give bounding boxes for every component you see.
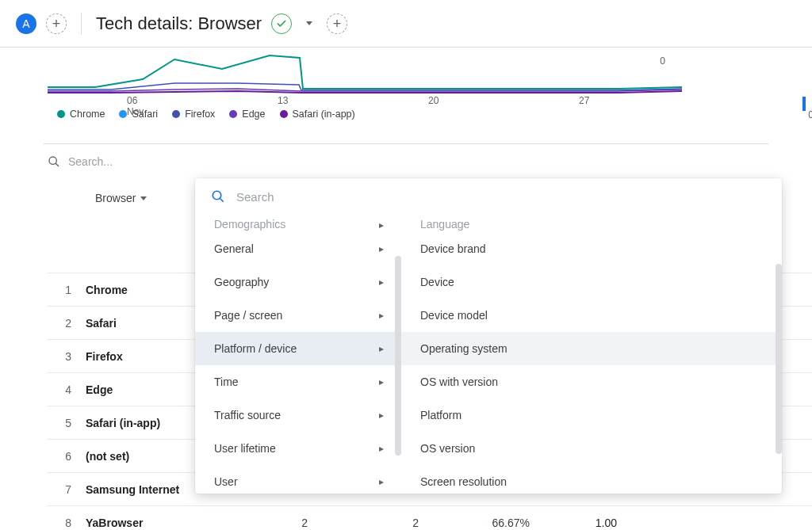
chevron-right-icon: ▸: [379, 443, 384, 454]
legend-item[interactable]: Firefox: [172, 109, 215, 120]
value-screen-resolution[interactable]: Screen resolution: [401, 465, 782, 494]
y-axis-zero: 0: [660, 55, 665, 67]
status-dropdown-button[interactable]: [301, 21, 317, 25]
value-device[interactable]: Device: [401, 265, 782, 299]
x-tick-3: 20: [428, 95, 439, 106]
value-os-with-version[interactable]: OS with version: [401, 365, 782, 398]
x-tick-4: 27: [579, 95, 589, 106]
y-axis-zero-right: 0: [808, 109, 812, 120]
dimension-search-row: [195, 178, 782, 215]
chevron-right-icon: ▸: [379, 243, 384, 254]
row-browser[interactable]: YaBrowser: [86, 517, 197, 529]
row-index: 5: [48, 417, 86, 429]
svg-line-2: [56, 163, 59, 166]
value-platform[interactable]: Platform: [401, 398, 782, 432]
search-icon: [211, 189, 225, 204]
category-page-screen[interactable]: Page / screen▸: [195, 299, 401, 332]
legend-dot-icon: [229, 110, 237, 118]
dimension-dropdown-button[interactable]: Browser: [95, 192, 147, 204]
chevron-right-icon: ▸: [379, 410, 384, 421]
category-platform-device[interactable]: Platform / device▸: [195, 332, 401, 365]
add-workspace-button[interactable]: +: [46, 13, 67, 34]
row-value: 2: [197, 517, 308, 529]
legend-dot-icon: [172, 110, 180, 118]
legend-dot-icon: [280, 110, 288, 118]
category-general[interactable]: General▸: [195, 232, 401, 265]
row-index: 8: [48, 517, 86, 529]
dimension-search-input[interactable]: [236, 190, 766, 204]
row-value: 1.00: [530, 517, 625, 529]
dimension-category-list[interactable]: Demographics▸ General▸ Geography▸ Page /…: [195, 215, 401, 494]
row-index: 6: [48, 450, 86, 463]
chevron-right-icon: ▸: [379, 476, 384, 487]
chevron-right-icon: ▸: [379, 310, 384, 321]
value-os-version[interactable]: OS version: [401, 432, 782, 465]
row-index: 7: [48, 483, 86, 496]
add-panel-button[interactable]: +: [327, 13, 347, 34]
table-search-input[interactable]: [68, 155, 764, 168]
legend-item[interactable]: Edge: [229, 109, 265, 120]
svg-line-4: [220, 198, 224, 202]
row-index: 4: [48, 383, 86, 396]
category-traffic-source[interactable]: Traffic source▸: [195, 398, 401, 432]
value-operating-system[interactable]: Operating system: [401, 332, 782, 365]
legend-item[interactable]: Chrome: [57, 109, 105, 120]
svg-point-3: [213, 191, 221, 200]
x-tick-sub: Nov: [127, 106, 144, 117]
dimension-picker-panel: Demographics▸ General▸ Geography▸ Page /…: [195, 178, 782, 494]
chevron-right-icon: ▸: [379, 343, 384, 354]
chevron-right-icon: ▸: [379, 376, 384, 387]
value-device-brand[interactable]: Device brand: [401, 232, 782, 265]
category-user[interactable]: User▸: [195, 465, 401, 494]
category-user-lifetime[interactable]: User lifetime▸: [195, 432, 401, 465]
category-geography[interactable]: Geography▸: [195, 265, 401, 299]
scrollbar[interactable]: [395, 256, 401, 456]
legend-dot-icon: [119, 110, 127, 118]
legend-dot-icon: [57, 110, 65, 118]
table-search-row: [0, 144, 812, 179]
row-index: 2: [48, 317, 86, 330]
line-chart: [48, 51, 682, 99]
status-check-icon[interactable]: [271, 13, 292, 34]
category-demographics[interactable]: Demographics▸: [195, 215, 401, 232]
row-value: 2: [308, 517, 419, 529]
dimension-value-list[interactable]: Language Device brand Device Device mode…: [401, 215, 782, 494]
x-tick-1: 06: [127, 95, 137, 106]
svg-rect-0: [802, 97, 806, 111]
mini-chart: [796, 97, 807, 116]
category-time[interactable]: Time▸: [195, 365, 401, 398]
scrollbar[interactable]: [776, 264, 782, 454]
workspace-badge[interactable]: A: [16, 13, 36, 34]
value-device-model[interactable]: Device model: [401, 299, 782, 332]
chart-area: 0 06 Nov 13 20 27 0 Chrome Safari Firefo…: [0, 48, 812, 137]
row-index: 3: [48, 350, 86, 363]
svg-point-1: [49, 157, 56, 164]
chevron-right-icon: ▸: [379, 219, 384, 231]
chevron-down-icon: [140, 196, 147, 200]
page-title: Tech details: Browser: [96, 13, 262, 34]
row-percent: 66.67%: [419, 517, 530, 529]
chevron-right-icon: ▸: [379, 276, 384, 288]
row-index: 1: [48, 284, 86, 296]
divider: [81, 13, 82, 35]
value-language[interactable]: Language: [401, 215, 782, 232]
legend-item[interactable]: Safari (in-app): [280, 109, 355, 120]
chart-legend: Chrome Safari Firefox Edge Safari (in-ap…: [48, 99, 764, 129]
search-icon: [48, 155, 60, 168]
x-tick-2: 13: [278, 95, 288, 106]
header-bar: A + Tech details: Browser +: [0, 0, 812, 48]
